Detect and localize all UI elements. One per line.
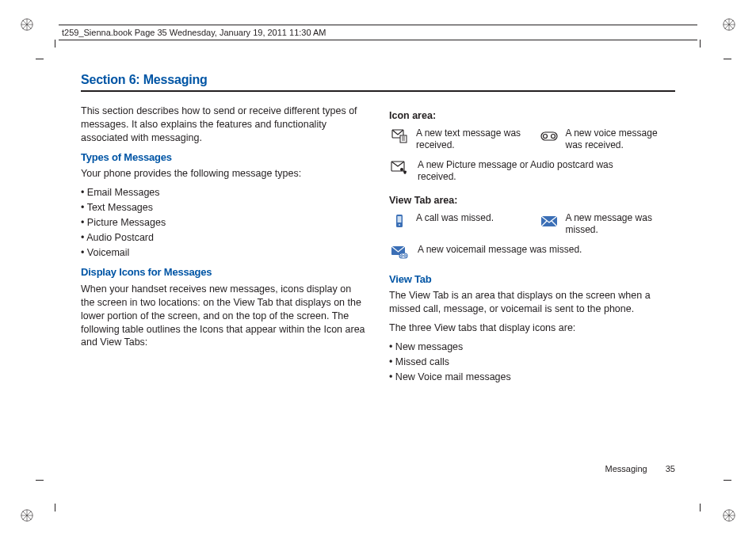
print-target-icon — [722, 508, 736, 523]
svg-point-32 — [399, 224, 400, 226]
view-tab-paragraph: The three View tabs that display icons a… — [389, 321, 675, 335]
crop-mark-icon — [44, 469, 67, 492]
crop-mark-icon — [44, 48, 67, 71]
icon-row: A new Picture message or Audio postcard … — [389, 159, 675, 183]
types-intro: Your phone provides the following messag… — [81, 167, 367, 181]
list-item: Text Messages — [81, 201, 367, 215]
picture-message-icon — [389, 159, 410, 177]
display-icons-heading: Display Icons for Messages — [81, 265, 367, 280]
phone-icon — [389, 212, 410, 230]
svg-point-29 — [400, 168, 403, 171]
icon-cell-voice-message: A new voice message was received. — [539, 127, 676, 151]
types-heading: Types of Messages — [81, 150, 367, 165]
list-item: Missed calls — [389, 356, 675, 369]
print-target-icon — [722, 17, 736, 32]
icon-description: A new text message was received. — [416, 127, 526, 151]
document-header: t259_Sienna.book Page 35 Wednesday, Janu… — [59, 25, 697, 40]
right-column: Icon area: A new text message was receiv… — [389, 105, 675, 390]
icon-cell-missed-call: A call was missed. — [389, 212, 526, 236]
print-target-icon — [20, 508, 34, 523]
crop-mark-icon — [689, 469, 712, 492]
section-title: Section 6: Messaging — [81, 73, 675, 87]
display-icons-paragraph: When your handset receives new messages,… — [81, 283, 367, 349]
icon-area-heading: Icon area: — [389, 109, 675, 123]
text-message-icon — [389, 127, 410, 145]
list-item: Picture Messages — [81, 216, 367, 230]
list-item: Email Messages — [81, 186, 367, 200]
list-item: New messages — [389, 340, 675, 354]
view-tab-list: New messages Missed calls New Voice mail… — [389, 340, 675, 384]
icon-cell-missed-message: A new message was missed. — [539, 212, 676, 236]
types-list: Email Messages Text Messages Picture Mes… — [81, 186, 367, 259]
header-running-text: t259_Sienna.book Page 35 Wednesday, Janu… — [62, 28, 326, 37]
footer-label: Messaging — [605, 464, 647, 473]
icon-row: A new text message was received. A new v… — [389, 127, 675, 151]
svg-point-26 — [543, 134, 547, 138]
icon-row: A new voicemail message was missed. — [389, 244, 675, 261]
list-item: Audio Postcard — [81, 231, 367, 245]
page-content: Section 6: Messaging This section descri… — [81, 73, 675, 473]
view-tab-heading: View Tab — [389, 272, 675, 287]
title-rule — [81, 90, 675, 92]
list-item: Voicemail — [81, 246, 367, 260]
left-column: This section describes how to send or re… — [81, 105, 367, 390]
page-number: 35 — [666, 464, 675, 473]
svg-rect-31 — [398, 216, 402, 222]
svg-rect-21 — [400, 135, 407, 143]
icon-description: A new Picture message or Audio postcard … — [418, 159, 624, 183]
crop-mark-icon — [689, 48, 712, 71]
icon-description: A call was missed. — [416, 212, 494, 224]
icon-cell-text-message: A new text message was received. — [389, 127, 526, 151]
icon-description: A new message was missed. — [566, 212, 676, 236]
print-target-icon — [20, 17, 34, 32]
icon-row: A call was missed. A new message was mis… — [389, 212, 675, 236]
list-item: New Voice mail messages — [389, 371, 675, 384]
intro-paragraph: This section describes how to send or re… — [81, 105, 367, 145]
view-tab-paragraph: The View Tab is an area that displays on… — [389, 289, 675, 316]
voicemail-envelope-icon — [389, 244, 410, 261]
page-footer: Messaging 35 — [605, 464, 675, 473]
voice-message-icon — [539, 127, 559, 145]
envelope-icon — [539, 212, 559, 230]
icon-description: A new voice message was received. — [566, 127, 676, 151]
two-column-layout: This section describes how to send or re… — [81, 105, 675, 390]
icon-description: A new voicemail message was missed. — [418, 244, 582, 256]
view-tab-area-heading: View Tab area: — [389, 194, 675, 207]
svg-point-27 — [551, 134, 555, 138]
